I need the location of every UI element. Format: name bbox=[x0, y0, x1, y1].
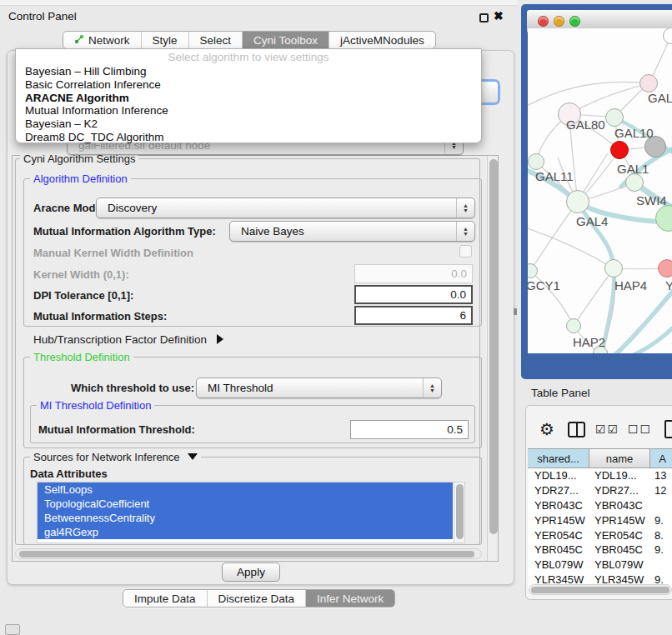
column-header-shared-name[interactable]: shared... bbox=[528, 448, 589, 468]
table-cell: YER054C bbox=[528, 529, 589, 542]
tab-jactivemnodules[interactable]: jActiveMNodules bbox=[329, 32, 435, 48]
tab-cyni-toolbox[interactable]: Cyni Toolbox bbox=[243, 32, 329, 48]
dpi-tolerance-field[interactable]: 0.0 bbox=[354, 285, 473, 304]
attributes-scrollbar-thumb[interactable] bbox=[456, 484, 464, 539]
table-row[interactable]: YBR043CYBR043C bbox=[528, 498, 672, 513]
table-hscrollbar-thumb[interactable] bbox=[531, 587, 669, 593]
algorithm-dropdown-popup: Select algorithm to view settings Bayesi… bbox=[15, 48, 482, 143]
manual-kernel-width-checkbox[interactable] bbox=[459, 245, 472, 258]
attribute-list-item[interactable]: TopologicalCoefficient bbox=[38, 497, 453, 511]
algorithm-option[interactable]: Basic Correlation Inference bbox=[16, 78, 481, 92]
node-label-gal4: GAL4 bbox=[576, 214, 608, 228]
algorithm-option[interactable]: Bayesian – K2 bbox=[16, 118, 481, 131]
which-threshold-value: MI Threshold bbox=[208, 382, 273, 394]
node-label-hap2: HAP2 bbox=[573, 335, 605, 349]
column-header-name[interactable]: name bbox=[589, 448, 650, 468]
table-row[interactable]: YDL19...YDL19...13 bbox=[528, 468, 672, 483]
hide-columns-icon[interactable]: ☐☐ bbox=[628, 422, 652, 436]
network-node-gal11[interactable] bbox=[528, 153, 544, 170]
which-threshold-combobox[interactable]: MI Threshold ▲▼ bbox=[196, 378, 442, 398]
table-cell: YDL19... bbox=[589, 469, 650, 482]
data-attributes-label: Data Attributes bbox=[30, 468, 108, 480]
aracne-mode-combobox[interactable]: Discovery ▲▼ bbox=[96, 198, 475, 218]
network-node-hap2[interactable] bbox=[566, 318, 581, 333]
combo-stepper-icon: ▲▼ bbox=[423, 378, 441, 398]
table-cell: YBR045C bbox=[528, 543, 589, 556]
control-panel-title: Control Panel bbox=[8, 10, 77, 22]
combo-stepper-icon: ▲▼ bbox=[456, 222, 474, 241]
algorithm-option[interactable]: Dream8 DC_TDC Algorithm bbox=[16, 131, 481, 144]
split-columns-icon[interactable] bbox=[568, 422, 585, 438]
combo-stepper-icon: ▲▼ bbox=[456, 198, 474, 218]
threshold-definition-title: Threshold Definition bbox=[30, 351, 133, 363]
column-header-partial[interactable]: A bbox=[650, 448, 672, 468]
table-cell: 8. bbox=[650, 529, 672, 542]
close-panel-icon[interactable]: ✖ bbox=[494, 9, 504, 22]
tab-select[interactable]: Select bbox=[189, 32, 243, 48]
table-cell: YBR043C bbox=[589, 499, 650, 512]
manual-kernel-width-label: Manual Kernel Width Definition bbox=[33, 247, 193, 259]
table-horizontal-scrollbar[interactable] bbox=[529, 584, 672, 595]
sources-toggle[interactable]: Sources for Network Inference bbox=[30, 451, 201, 463]
tab-discretize-data[interactable]: Discretize Data bbox=[208, 590, 307, 607]
table-row[interactable]: YER054CYER054C8. bbox=[528, 528, 672, 542]
network-view-window: GALGAL80GAL10GAL1GAL11SWI4GAL4GCY1HAP4YH… bbox=[521, 4, 672, 379]
mi-steps-field[interactable]: 6 bbox=[354, 306, 473, 325]
data-attributes-list[interactable]: SelfLoopsTopologicalCoefficientBetweenne… bbox=[37, 482, 465, 543]
table-cell: 9. bbox=[650, 543, 672, 556]
tab-network[interactable]: Network bbox=[63, 32, 142, 48]
settings-vertical-scrollbar[interactable] bbox=[487, 156, 498, 561]
attribute-list-item[interactable]: SelfLoops bbox=[38, 482, 453, 497]
attribute-list-item[interactable]: gal4RGexp bbox=[38, 525, 453, 539]
which-threshold-label: Which threshold to use: bbox=[71, 382, 194, 394]
kernel-width-label: Kernel Width (0,1): bbox=[33, 268, 129, 281]
algorithm-dropdown-placeholder: Select algorithm to view settings bbox=[16, 51, 481, 65]
corner-widget[interactable] bbox=[5, 624, 20, 635]
mi-algorithm-type-value: Naive Bayes bbox=[241, 225, 304, 238]
table-row[interactable]: YDR27...YDR27...12 bbox=[528, 483, 672, 498]
zoom-window-button[interactable] bbox=[569, 16, 580, 27]
table-panel-title: Table Panel bbox=[531, 387, 590, 399]
table-row[interactable]: YBL079WYBL079W bbox=[528, 558, 672, 572]
gear-icon[interactable]: ⚙ bbox=[539, 419, 554, 439]
settings-hscrollbar-thumb[interactable] bbox=[19, 551, 474, 558]
network-node-gal4[interactable] bbox=[566, 190, 589, 213]
attribute-list-item[interactable]: BetweennessCentrality bbox=[38, 511, 453, 525]
hub-definition-label: Hub/Transcription Factor Definition bbox=[33, 333, 207, 346]
collapse-arrow-icon bbox=[188, 453, 198, 460]
network-node-gal1[interactable] bbox=[610, 141, 629, 159]
network-node-gal10[interactable] bbox=[605, 108, 624, 127]
node-label-gal10: GAL10 bbox=[614, 126, 654, 140]
table-body: YDL19...YDL19...13YDR27...YDR27...12YBR0… bbox=[528, 468, 672, 588]
network-node-gal-upper[interactable] bbox=[639, 74, 658, 92]
settings-scrollbar-thumb[interactable] bbox=[489, 159, 498, 534]
attributes-vertical-scrollbar[interactable] bbox=[454, 482, 464, 542]
table-row[interactable]: YBR045CYBR045C9. bbox=[528, 542, 672, 558]
export-table-icon[interactable] bbox=[664, 420, 672, 438]
mi-algorithm-type-label: Mutual Information Algorithm Type: bbox=[33, 225, 216, 238]
network-canvas[interactable]: GALGAL80GAL10GAL1GAL11SWI4GAL4GCY1HAP4YH… bbox=[528, 28, 672, 353]
tab-network-label: Network bbox=[88, 34, 130, 47]
close-window-button[interactable] bbox=[538, 16, 549, 27]
minimize-window-button[interactable] bbox=[554, 16, 564, 27]
float-panel-icon[interactable] bbox=[479, 13, 489, 22]
algorithm-option[interactable]: Mutual Information Inference bbox=[16, 104, 481, 118]
mi-threshold-field[interactable]: 0.5 bbox=[350, 420, 469, 439]
mi-steps-label: Mutual Information Steps: bbox=[33, 310, 167, 322]
settings-horizontal-scrollbar[interactable] bbox=[15, 548, 482, 559]
hub-definition-toggle[interactable]: Hub/Transcription Factor Definition bbox=[33, 333, 223, 346]
tab-infer-network[interactable]: Infer Network bbox=[306, 590, 394, 607]
mi-algorithm-type-combobox[interactable]: Naive Bayes ▲▼ bbox=[229, 221, 475, 242]
panel-splitter-handle[interactable] bbox=[514, 308, 517, 315]
tab-impute-data[interactable]: Impute Data bbox=[123, 590, 208, 607]
algorithm-option[interactable]: ARACNE Algorithm bbox=[16, 92, 481, 105]
tab-style[interactable]: Style bbox=[142, 32, 189, 48]
network-node-hap4[interactable] bbox=[604, 259, 623, 278]
algorithm-option[interactable]: Bayesian – Hill Climbing bbox=[16, 65, 481, 78]
network-node-swi4[interactable] bbox=[625, 173, 644, 192]
apply-button[interactable]: Apply bbox=[222, 562, 280, 582]
show-columns-icon[interactable]: ☑☑ bbox=[595, 422, 619, 436]
network-node-salmon-right[interactable] bbox=[658, 259, 672, 278]
table-row[interactable]: YPR145WYPR145W9. bbox=[528, 512, 672, 528]
kernel-width-field[interactable]: 0.0 bbox=[354, 264, 473, 283]
